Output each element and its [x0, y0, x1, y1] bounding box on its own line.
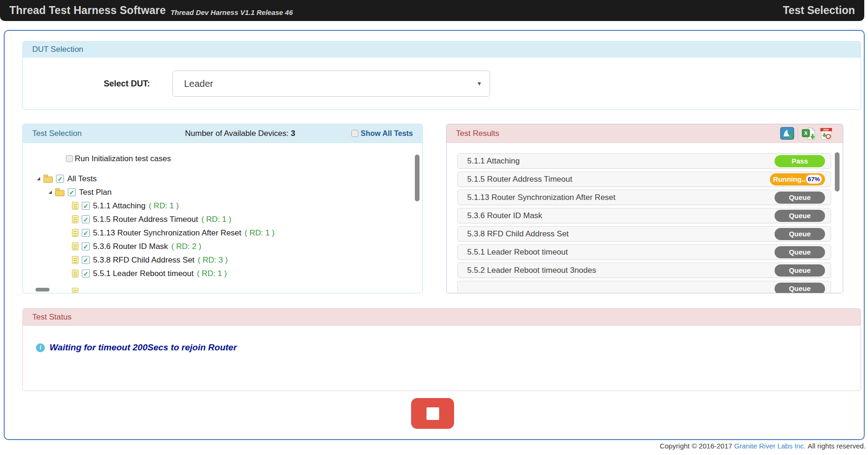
test-case-rd-count: ( RD: 3 ): [198, 256, 228, 265]
test-tree-item[interactable]: ✓ 5.3.8 RFD Child Address Set ( RD: 3 ): [23, 253, 422, 267]
test-tree-item[interactable]: ✓ 5.1.5 Router Address Timeout ( RD: 1 ): [23, 213, 422, 226]
document-icon: [72, 215, 78, 223]
wireshark-capture-export-icon[interactable]: [780, 127, 794, 140]
test-tree-items: ✓ 5.1.1 Attaching ( RD: 1 ) ✓ 5.1.5 Rout…: [23, 199, 422, 280]
result-row[interactable]: 5.3.8 RFD Child Address Set Queue: [457, 226, 831, 242]
dut-dropdown-value: Leader: [184, 78, 213, 89]
test-selection-panel: Test Selection Number of Available Devic…: [22, 124, 423, 293]
status-badge: Pass: [775, 155, 825, 167]
stop-button[interactable]: [411, 398, 454, 429]
status-badge-text: Running..: [773, 175, 805, 183]
result-test-name: 5.1.5 Router Address Timeout: [467, 175, 770, 184]
excel-x-glyph: X: [804, 130, 808, 136]
result-row[interactable]: 5.1.1 Attaching Pass: [457, 153, 831, 169]
check-icon: ✓: [83, 243, 89, 250]
test-results-panel: Test Results X: [446, 124, 843, 293]
tree-group-label: Test Plan: [79, 188, 112, 197]
all-tests-checkbox[interactable]: ✓: [56, 175, 64, 183]
main-container: DUT Selection Select DUT: Leader ▼ Test …: [4, 30, 865, 440]
app-header: Thread Test Harness Software Thread Dev …: [0, 0, 864, 21]
document-icon: [72, 229, 78, 237]
test-case-rd-count: ( RD: 1 ): [245, 228, 275, 238]
available-devices-count: 3: [291, 129, 295, 138]
test-results-body: 5.1.1 Attaching Pass 5.1.5 Router Addres…: [447, 143, 843, 293]
test-case-checkbox[interactable]: ✓: [82, 229, 90, 237]
result-row[interactable]: Queue: [457, 281, 831, 293]
dut-selection-panel-header: DUT Selection: [23, 42, 861, 57]
result-test-name: 5.5.1 Leader Reboot timeout: [467, 248, 775, 257]
status-badge: Queue: [775, 192, 825, 204]
test-case-checkbox[interactable]: ✓: [82, 242, 90, 250]
status-badge-text: Pass: [791, 157, 808, 165]
available-devices-label: Number of Available Devices:: [185, 129, 291, 138]
status-badge-text: Queue: [789, 266, 811, 274]
test-case-name: 5.1.1 Attaching: [93, 201, 145, 211]
document-icon: [72, 270, 78, 277]
select-dut-label: Select DUT:: [52, 79, 150, 89]
test-case-checkbox[interactable]: ✓: [82, 215, 90, 223]
export-icons-group: X PDF: [780, 127, 833, 140]
pdf-export-icon[interactable]: PDF: [819, 127, 833, 140]
available-devices-text: Number of Available Devices: 3: [185, 129, 295, 138]
test-plan-checkbox[interactable]: ✓: [68, 188, 76, 196]
footer-copyright: Copyright © 2016-2017Granite River Labs …: [660, 442, 866, 450]
test-case-checkbox[interactable]: ✓: [82, 202, 90, 210]
check-icon: ✓: [83, 230, 89, 236]
result-test-name: 5.5.2 Leader Reboot timeout 3nodes: [467, 266, 775, 275]
test-tree-item[interactable]: ✓ 5.3.6 Router ID Mask ( RD: 2 ): [23, 240, 422, 253]
check-icon: ✓: [83, 270, 89, 277]
test-tree-item[interactable]: ✓ 5.5.1 Leader Reboot timeout ( RD: 1 ): [23, 267, 422, 280]
dut-dropdown[interactable]: Leader ▼: [172, 71, 490, 97]
folder-icon: [55, 190, 64, 196]
test-tree-item[interactable]: ✓ 5.1.13 Router Synchronization After Re…: [23, 226, 422, 240]
test-status-title: Test Status: [32, 313, 71, 322]
granite-river-labs-link[interactable]: Granite River Labs Inc.: [734, 442, 805, 450]
result-test-name: 5.3.6 Router ID Mask: [467, 211, 775, 220]
vertical-scrollbar-thumb[interactable]: [835, 152, 840, 192]
show-all-tests-toggle[interactable]: Show All Tests: [351, 129, 413, 138]
tree-node-test-plan[interactable]: ✓ Test Plan: [23, 185, 422, 199]
test-tree-body: Run Initialization test cases ✓ All Test…: [23, 143, 422, 293]
result-test-name: 5.1.13 Router Synchronization After Rese…: [467, 193, 775, 202]
test-tree-item[interactable]: ✓ 5.1.1 Attaching ( RD: 1 ): [23, 199, 422, 213]
status-badge-text: Queue: [789, 212, 811, 220]
dut-selection-panel: DUT Selection Select DUT: Leader ▼: [22, 41, 861, 110]
status-badge-text: Queue: [789, 284, 811, 292]
test-selection-panel-header: Test Selection Number of Available Devic…: [23, 124, 422, 143]
result-row[interactable]: 5.5.2 Leader Reboot timeout 3nodes Queue: [457, 263, 831, 278]
vertical-scrollbar-thumb[interactable]: [415, 155, 420, 201]
test-case-name: 5.3.8 RFD Child Address Set: [93, 256, 194, 265]
dropdown-arrow-icon: ▼: [477, 80, 482, 87]
copyright-prefix: Copyright © 2016-2017: [660, 442, 732, 450]
app-title: Thread Test Harness Software: [9, 4, 166, 17]
result-row[interactable]: 5.5.1 Leader Reboot timeout Queue: [457, 244, 831, 260]
expander-icon[interactable]: [49, 191, 52, 194]
test-case-name: 5.1.5 Router Address Timeout: [93, 215, 198, 224]
test-case-checkbox[interactable]: ✓: [82, 270, 90, 277]
run-initialization-checkbox[interactable]: [66, 155, 73, 162]
result-row[interactable]: 5.3.6 Router ID Mask Queue: [457, 208, 831, 223]
progress-percent: 67%: [806, 175, 822, 184]
horizontal-scrollbar-thumb[interactable]: [36, 288, 50, 291]
info-icon: i: [36, 343, 45, 352]
stop-icon: [427, 407, 439, 420]
tree-root-label: All Tests: [67, 174, 97, 184]
test-case-checkbox[interactable]: ✓: [82, 256, 90, 264]
test-selection-title: Test Selection: [32, 129, 82, 138]
test-status-message: Waiting for timeout 200Secs to rejoin Ro…: [50, 342, 237, 353]
test-status-body: i Waiting for timeout 200Secs to rejoin …: [23, 326, 861, 353]
result-row[interactable]: 5.1.5 Router Address Timeout Running.. 6…: [457, 171, 831, 187]
status-badge: Queue: [775, 246, 825, 258]
show-all-tests-label: Show All Tests: [361, 129, 413, 138]
tree-node-all-tests[interactable]: ✓ All Tests: [23, 172, 422, 185]
excel-export-icon[interactable]: X: [801, 127, 816, 140]
pdf-label-glyph: PDF: [824, 128, 829, 131]
check-icon: ✓: [57, 176, 63, 182]
copyright-suffix: All rights reserved.: [808, 442, 866, 450]
check-icon: ✓: [83, 257, 89, 263]
show-all-tests-checkbox[interactable]: [351, 130, 358, 137]
expander-icon[interactable]: [37, 177, 40, 180]
run-initialization-row[interactable]: Run Initialization test cases: [66, 152, 422, 165]
test-case-name: 5.5.1 Leader Reboot timeout: [93, 269, 193, 278]
result-row[interactable]: 5.1.13 Router Synchronization After Rese…: [457, 190, 831, 205]
